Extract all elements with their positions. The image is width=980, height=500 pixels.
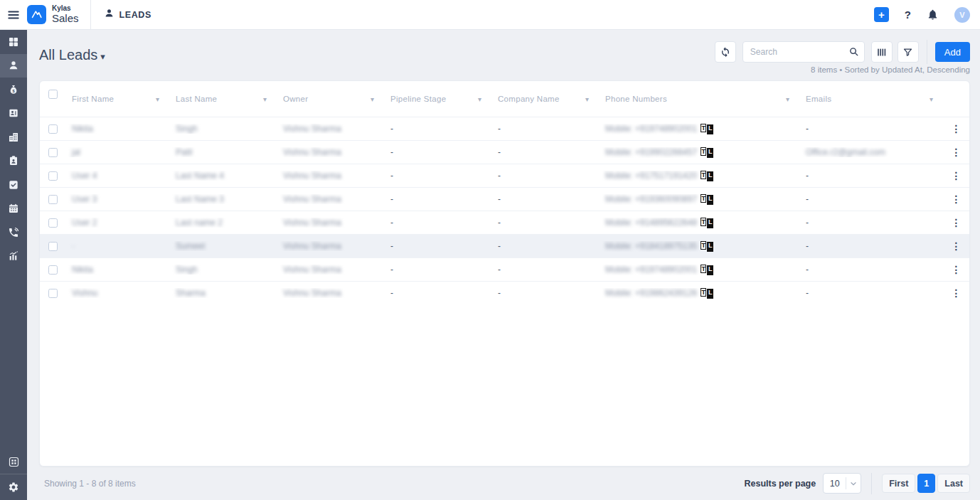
cell-pipeline-stage: -: [384, 218, 491, 228]
column-header-emails[interactable]: Emails▾: [799, 95, 943, 103]
cell-company-name: -: [491, 265, 599, 275]
columns-icon: [876, 47, 887, 58]
row-menu-kebab-icon[interactable]: ⋮: [952, 193, 962, 205]
chevron-down-icon[interactable]: ▾: [585, 95, 589, 103]
row-checkbox[interactable]: [48, 242, 58, 251]
money-bag-icon: $: [8, 84, 19, 95]
cell-last-name: Last Name 4: [176, 171, 224, 181]
leads-table-card: First Name▾ Last Name▾ Owner▾ Pipeline S…: [39, 80, 970, 467]
row-checkbox[interactable]: [48, 289, 58, 298]
select-all-checkbox[interactable]: [48, 90, 58, 99]
row-checkbox[interactable]: [48, 218, 58, 228]
row-menu-kebab-icon[interactable]: ⋮: [952, 287, 962, 299]
cell-email: -: [799, 171, 943, 181]
search-input[interactable]: [742, 41, 865, 63]
brand-logo-block[interactable]: Kylas Sales: [27, 5, 90, 24]
table-row[interactable]: Nikita Singh Vishnu Sharma - - Mobile: +…: [40, 117, 969, 140]
row-menu-kebab-icon[interactable]: ⋮: [952, 217, 962, 228]
cell-pipeline-stage: -: [384, 124, 491, 134]
current-page-button[interactable]: 1: [917, 474, 935, 493]
cell-owner: Vishnu Sharma: [283, 218, 341, 228]
table-row[interactable]: jal Patil Vishnu Sharma - - Mobile: +919…: [40, 140, 969, 164]
cell-owner: Vishnu Sharma: [283, 194, 341, 204]
column-header-phone-numbers[interactable]: Phone Numbers▾: [599, 95, 799, 103]
chevron-down-icon[interactable]: ▾: [930, 95, 933, 103]
row-checkbox[interactable]: [48, 148, 58, 157]
chevron-down-icon[interactable]: ▾: [371, 95, 374, 103]
sidebar-item-companies[interactable]: [0, 125, 27, 149]
sidebar-item-leads[interactable]: [0, 54, 27, 78]
chevron-down-icon[interactable]: ▾: [156, 95, 159, 103]
notifications-bell-icon[interactable]: [927, 9, 939, 21]
table-row-highlighted[interactable]: - Sumeet Vishnu Sharma - - Mobile: +9184…: [40, 234, 969, 257]
cell-company-name: -: [491, 194, 599, 204]
row-menu-kebab-icon[interactable]: ⋮: [952, 170, 962, 181]
brand-product: Sales: [52, 13, 79, 24]
kylas-logo-icon: [27, 5, 46, 24]
search-icon: [848, 46, 859, 60]
row-menu-kebab-icon[interactable]: ⋮: [952, 123, 962, 134]
showing-count: Showing 1 - 8 of 8 items: [39, 479, 136, 489]
row-checkbox[interactable]: [48, 195, 58, 204]
cell-email: Office.r2@gmail.com: [806, 147, 885, 157]
page-size-select[interactable]: 10: [823, 473, 861, 494]
row-checkbox[interactable]: [48, 171, 58, 181]
chevron-down-icon[interactable]: ▾: [263, 95, 267, 103]
cell-last-name: Singh: [176, 124, 198, 134]
column-header-pipeline-stage[interactable]: Pipeline Stage▾: [384, 95, 491, 103]
cell-first-name: Vishnu: [72, 288, 97, 298]
manage-columns-button[interactable]: [871, 41, 893, 63]
module-title: LEADS: [119, 10, 151, 20]
sidebar-item-tasks[interactable]: [0, 173, 27, 197]
row-checkbox[interactable]: [48, 265, 58, 275]
pagination-footer: Showing 1 - 8 of 8 items Results per pag…: [39, 467, 970, 500]
table-row[interactable]: User 4 Last Name 4 Vishnu Sharma - - Mob…: [40, 164, 969, 187]
table-row[interactable]: User 2 Last name 2 Vishnu Sharma - - Mob…: [40, 211, 969, 234]
hamburger-menu-icon[interactable]: [0, 9, 27, 21]
column-header-owner[interactable]: Owner▾: [277, 95, 384, 103]
column-header-first-name[interactable]: First Name▾: [65, 95, 169, 103]
cell-first-name: User 2: [72, 218, 97, 228]
row-menu-kebab-icon[interactable]: ⋮: [952, 147, 962, 158]
row-checkbox[interactable]: [48, 124, 58, 134]
sidebar-item-reports[interactable]: [0, 245, 27, 269]
first-page-button[interactable]: First: [882, 474, 915, 493]
view-selector[interactable]: All Leads▾: [39, 47, 105, 63]
sidebar-item-settings[interactable]: [0, 474, 27, 500]
chevron-down-icon: [846, 479, 861, 488]
phone-badge-icon: TL: [701, 194, 713, 205]
sidebar-item-contacts[interactable]: [0, 102, 27, 126]
sidebar-item-dashboard[interactable]: [0, 30, 27, 54]
cell-pipeline-stage: -: [384, 194, 491, 204]
column-header-last-name[interactable]: Last Name▾: [169, 95, 277, 103]
row-menu-kebab-icon[interactable]: ⋮: [952, 264, 962, 275]
table-row[interactable]: User 3 Last Name 3 Vishnu Sharma - - Mob…: [40, 187, 969, 211]
last-page-button[interactable]: Last: [937, 474, 970, 493]
row-menu-kebab-icon[interactable]: ⋮: [952, 240, 962, 252]
phone-badge-icon: TL: [701, 288, 713, 299]
contact-card-icon: [8, 107, 19, 119]
dashboard-icon: [8, 36, 19, 48]
cell-company-name: -: [491, 288, 599, 298]
chevron-down-icon[interactable]: ▾: [478, 95, 481, 103]
quick-add-button[interactable]: +: [874, 7, 889, 22]
user-avatar[interactable]: V: [954, 7, 970, 23]
help-icon[interactable]: ?: [905, 9, 911, 21]
page-size-value: 10: [824, 479, 846, 489]
table-row[interactable]: Vishnu Sharma Vishnu Sharma - - Mobile: …: [40, 281, 969, 304]
filter-button[interactable]: [898, 41, 919, 63]
chevron-down-icon: ▾: [100, 51, 105, 62]
sidebar-item-deals[interactable]: $: [0, 78, 27, 102]
sidebar-item-quotations[interactable]: [0, 149, 27, 174]
sidebar-item-meetings[interactable]: [0, 197, 27, 221]
chevron-down-icon[interactable]: ▾: [786, 95, 789, 103]
sidebar-item-calls[interactable]: [0, 220, 27, 245]
add-lead-button[interactable]: Add: [935, 42, 970, 62]
top-header: Kylas Sales LEADS + ? V: [0, 0, 980, 30]
column-header-company-name[interactable]: Company Name▾: [491, 95, 599, 103]
table-row[interactable]: Nikita Singh Vishnu Sharma - - Mobile: +…: [40, 257, 969, 281]
cell-pipeline-stage: -: [384, 288, 491, 298]
cell-phone: Mobile: +917517191420: [605, 171, 697, 181]
refresh-button[interactable]: [715, 41, 736, 63]
sidebar-item-apps[interactable]: [0, 450, 27, 474]
